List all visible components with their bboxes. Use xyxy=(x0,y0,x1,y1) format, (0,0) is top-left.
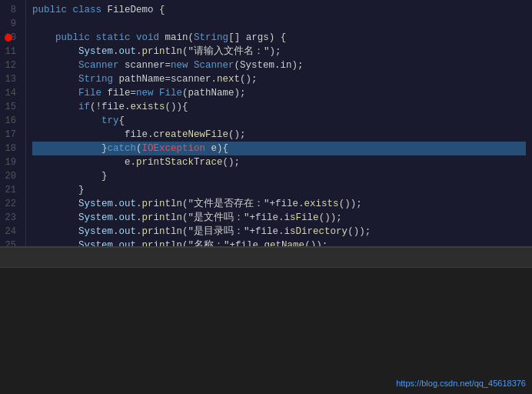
code-line-19: e.printStackTrace(); xyxy=(32,155,526,169)
code-line-14: File file=new File(pathName); xyxy=(32,86,526,100)
code-line-17: file.createNewFile(); xyxy=(32,128,526,142)
code-line-20: } xyxy=(32,169,526,183)
code-line-21: } xyxy=(32,183,526,197)
tab-bar xyxy=(0,248,532,268)
code-line-12: Scanner scanner=new Scanner(System.in); xyxy=(32,58,526,72)
line-numbers: 8910111213141516171819202122232425262728… xyxy=(0,0,26,246)
code-line-15: if(!file.exists()){ xyxy=(32,100,526,114)
console-output xyxy=(0,268,532,394)
code-line-23: System.out.println("是文件吗："+file.isFile()… xyxy=(32,211,526,225)
code-line-10: public static void main(String[] args) { xyxy=(32,31,526,45)
code-line-11: System.out.println("请输入文件名："); xyxy=(32,45,526,58)
code-line-24: System.out.println("是目录吗："+file.isDirect… xyxy=(32,225,526,239)
code-content[interactable]: public class FileDemo { public static vo… xyxy=(26,0,532,246)
code-line-22: System.out.println("文件是否存在："+file.exists… xyxy=(32,197,526,211)
code-line-8: public class FileDemo { xyxy=(32,3,526,17)
watermark: https://blog.csdn.net/qq_45618376 xyxy=(396,379,526,388)
code-line-13: String pathName=scanner.next(); xyxy=(32,72,526,86)
code-line-16: try{ xyxy=(32,114,526,128)
code-editor: 8910111213141516171819202122232425262728… xyxy=(0,0,532,246)
bottom-panel xyxy=(0,246,532,394)
code-line-9 xyxy=(32,17,526,31)
code-line-25: System.out.println("名称："+file.getName())… xyxy=(32,239,526,246)
code-line-18: }catch(IOException e){ xyxy=(32,142,526,155)
